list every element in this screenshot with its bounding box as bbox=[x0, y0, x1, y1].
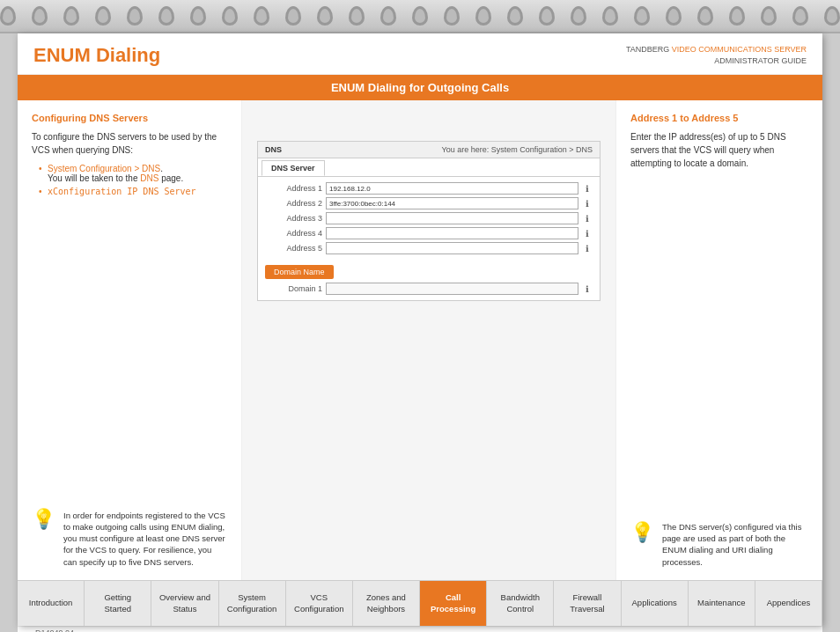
tab-overview-status[interactable]: Overview and Status bbox=[151, 581, 218, 626]
dns-label-2: Address 2 bbox=[265, 199, 322, 208]
dns-info-icon-2: ℹ bbox=[582, 198, 593, 209]
spiral-ring bbox=[792, 6, 808, 26]
page-number: 128 bbox=[377, 628, 406, 632]
tab-call-processing[interactable]: Call Processing bbox=[420, 581, 487, 626]
dns-address-row-1: Address 1 ℹ bbox=[265, 182, 593, 195]
bottom-nav: Introduction Getting Started Overview an… bbox=[18, 580, 822, 626]
tab-vcs-config[interactable]: VCS Configuration bbox=[286, 581, 353, 626]
dns-domain-info-icon: ℹ bbox=[582, 283, 593, 294]
spiral-ring bbox=[634, 6, 650, 26]
right-tip-text: The DNS server(s) configured via this pa… bbox=[662, 521, 808, 568]
link2-item: xConfiguration IP DNS Server bbox=[39, 187, 227, 196]
dns-address3-input[interactable] bbox=[326, 212, 578, 224]
page-header: ENUM Dialing TANDBERG VIDEO COMMUNICATIO… bbox=[18, 33, 822, 75]
dns-info-icon-5: ℹ bbox=[582, 243, 593, 254]
brand-line2: ADMINISTRATOR GUIDE bbox=[626, 55, 807, 67]
spiral-ring bbox=[349, 6, 365, 26]
link1-note: You will be taken to the DNS page. bbox=[48, 173, 183, 183]
spiral-ring bbox=[190, 6, 206, 26]
link2[interactable]: xConfiguration IP DNS Server bbox=[48, 187, 196, 196]
right-tip-icon: 💡 bbox=[630, 521, 655, 544]
brand-info: TANDBERG VIDEO COMMUNICATIONS SERVER ADM… bbox=[626, 44, 807, 66]
tab-firewall-traversal[interactable]: Firewall Traversal bbox=[554, 581, 621, 626]
spiral-ring bbox=[254, 6, 269, 26]
tip-icon: 💡 bbox=[32, 510, 56, 534]
spiral-ring bbox=[317, 6, 333, 26]
spiral-ring bbox=[697, 6, 713, 26]
left-panel-body1: To configure the DNS servers to be used … bbox=[32, 130, 227, 157]
footer-pagination: ◄ 128 ► bbox=[352, 628, 431, 632]
dns-address-row-5: Address 5 ℹ bbox=[265, 242, 593, 254]
spiral-ring bbox=[729, 6, 745, 26]
spiral-ring bbox=[824, 6, 840, 26]
spiral-ring bbox=[444, 6, 460, 26]
left-panel-links: System Configuration > DNS. You will be … bbox=[39, 164, 227, 196]
dns-screenshot: DNS You are here: System Configuration >… bbox=[257, 141, 601, 301]
dns-window-title: DNS bbox=[265, 145, 282, 154]
spiral-ring bbox=[602, 6, 618, 26]
tab-zones-neighbors[interactable]: Zones and Neighbors bbox=[353, 581, 420, 626]
left-panel: Configuring DNS Servers To configure the… bbox=[18, 100, 242, 580]
dns-body: Address 1 ℹ Address 2 ℹ Address 3 bbox=[258, 177, 600, 300]
center-panel: DNS You are here: System Configuration >… bbox=[242, 100, 615, 580]
dns-link[interactable]: DNS bbox=[140, 173, 158, 183]
dns-info-icon-3: ℹ bbox=[582, 213, 593, 224]
footer-doc-id: D14049.04 bbox=[35, 628, 74, 632]
page-title: ENUM Dialing bbox=[33, 44, 160, 67]
main-page: ENUM Dialing TANDBERG VIDEO COMMUNICATIO… bbox=[18, 33, 822, 626]
spiral-ring bbox=[222, 6, 238, 26]
spiral-ring bbox=[285, 6, 301, 26]
spiral-ring bbox=[539, 6, 555, 26]
spiral-ring bbox=[475, 6, 491, 26]
dns-address2-input[interactable] bbox=[326, 197, 578, 209]
spiral-binding bbox=[0, 0, 840, 33]
spiral-ring bbox=[95, 6, 111, 26]
left-tip-box: 💡 In order for endpoints registered to t… bbox=[32, 510, 227, 568]
dns-label-1: Address 1 bbox=[265, 184, 322, 193]
tab-getting-started[interactable]: Getting Started bbox=[85, 581, 151, 626]
page-footer: D14049.04 JULY 2008 ◄ 128 ► TANDBERG bbox=[18, 626, 822, 632]
tab-applications[interactable]: Applications bbox=[622, 581, 689, 626]
left-panel-heading: Configuring DNS Servers bbox=[32, 113, 227, 123]
tab-maintenance[interactable]: Maintenance bbox=[689, 581, 755, 626]
tab-appendices[interactable]: Appendices bbox=[755, 581, 822, 626]
dns-tab-row: DNS Server bbox=[258, 158, 600, 177]
section-banner: ENUM Dialing for Outgoing Calls bbox=[18, 75, 822, 100]
dns-breadcrumb: You are here: System Configuration > DNS bbox=[441, 145, 593, 154]
spiral-ring bbox=[32, 6, 48, 26]
dns-domain-label: Domain 1 bbox=[265, 284, 322, 293]
dns-server-tab[interactable]: DNS Server bbox=[262, 160, 325, 176]
brand-line1: TANDBERG VIDEO COMMUNICATIONS SERVER bbox=[626, 44, 807, 55]
tab-bandwidth-control[interactable]: Bandwidth Control bbox=[487, 581, 554, 626]
spiral-ring bbox=[571, 6, 586, 26]
spiral-ring bbox=[666, 6, 682, 26]
spiral-ring bbox=[63, 6, 79, 26]
spiral-ring bbox=[761, 6, 777, 26]
spiral-ring bbox=[412, 6, 428, 26]
link1[interactable]: System Configuration > DNS bbox=[48, 164, 160, 173]
spiral-ring bbox=[507, 6, 523, 26]
spiral-ring bbox=[380, 6, 396, 26]
left-tip-text: In order for endpoints registered to the… bbox=[63, 510, 227, 568]
dns-header-bar: DNS You are here: System Configuration >… bbox=[258, 142, 600, 158]
dns-domain-row: Domain 1 ℹ bbox=[265, 283, 593, 295]
tab-introduction[interactable]: Introduction bbox=[18, 581, 85, 626]
dns-domain-input[interactable] bbox=[326, 283, 578, 295]
dns-info-icon-1: ℹ bbox=[582, 183, 593, 194]
right-panel-top: Address 1 to Address 5 Enter the IP addr… bbox=[630, 113, 808, 170]
right-panel-heading: Address 1 to Address 5 bbox=[630, 113, 808, 123]
spiral-ring bbox=[158, 6, 174, 26]
dns-label-5: Address 5 bbox=[265, 244, 322, 253]
dns-address4-input[interactable] bbox=[326, 227, 578, 239]
spiral-ring bbox=[127, 6, 143, 26]
left-panel-top: Configuring DNS Servers To configure the… bbox=[32, 113, 227, 200]
dns-label-3: Address 3 bbox=[265, 214, 322, 223]
dns-address5-input[interactable] bbox=[326, 242, 578, 254]
main-content: Configuring DNS Servers To configure the… bbox=[18, 100, 822, 580]
tab-system-config[interactable]: System Configuration bbox=[219, 581, 286, 626]
domain-name-tab[interactable]: Domain Name bbox=[265, 265, 334, 279]
dns-address1-input[interactable] bbox=[326, 182, 578, 195]
dns-info-icon-4: ℹ bbox=[582, 228, 593, 239]
dns-address-row-4: Address 4 ℹ bbox=[265, 227, 593, 239]
footer-doc-info: D14049.04 JULY 2008 bbox=[35, 628, 74, 632]
